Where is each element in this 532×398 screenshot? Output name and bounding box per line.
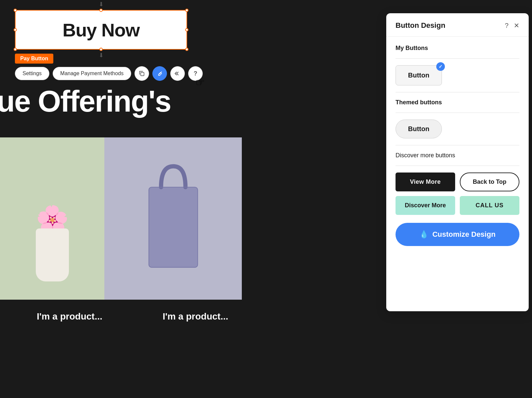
pay-button-label: Pay Button bbox=[15, 54, 53, 64]
customize-design-button[interactable]: 💧 Customize Design bbox=[396, 223, 519, 246]
call-us-button[interactable]: CALL US bbox=[460, 196, 519, 215]
my-buttons-divider bbox=[396, 58, 519, 59]
svg-rect-0 bbox=[141, 73, 144, 76]
themed-divider bbox=[396, 92, 519, 92]
themed-buttons-label: Themed buttons bbox=[396, 99, 519, 106]
my-buttons-grid: Button ✓ bbox=[396, 65, 519, 85]
product-right bbox=[104, 137, 242, 300]
discover-more-divider bbox=[396, 166, 519, 166]
my-button-text: Button bbox=[408, 72, 429, 79]
flower-vase: 🌸 bbox=[19, 156, 85, 281]
my-button-option[interactable]: Button ✓ bbox=[396, 65, 442, 85]
panel-close-icon: ✕ bbox=[514, 22, 519, 29]
panel-help-icon: ? bbox=[505, 22, 508, 29]
view-more-button[interactable]: View More bbox=[396, 173, 455, 191]
product-left: 🌸 bbox=[0, 137, 104, 300]
buy-now-wrapper: ⬇ Buy Now ⬇ Pay Button bbox=[15, 10, 187, 64]
themed-button-text: Button bbox=[408, 125, 429, 132]
discover-divider bbox=[396, 145, 519, 145]
check-badge: ✓ bbox=[436, 62, 445, 71]
product-label-right: I'm a product... bbox=[163, 311, 228, 322]
discover-more-label: Discover more buttons bbox=[396, 152, 519, 159]
discover-buttons-grid: View More Back to Top Discover More CALL… bbox=[396, 173, 519, 215]
offerings-text: ue Offering's bbox=[0, 84, 171, 119]
copy-icon-button[interactable] bbox=[134, 66, 149, 81]
back-to-top-button[interactable]: Back to Top bbox=[460, 173, 519, 191]
discover-more-button[interactable]: Discover More bbox=[396, 196, 455, 215]
tote-bag-svg bbox=[137, 152, 210, 285]
toolbar: Settings Manage Payment Methods ? bbox=[15, 66, 203, 81]
my-buttons-label: My Buttons bbox=[396, 45, 519, 52]
customize-label: Customize Design bbox=[432, 230, 496, 239]
buy-now-text: Buy Now bbox=[63, 19, 140, 41]
back-icon-button[interactable] bbox=[170, 66, 185, 81]
manage-payment-button[interactable]: Manage Payment Methods bbox=[53, 67, 131, 80]
panel-body: My Buttons Button ✓ Themed buttons Butto… bbox=[386, 37, 529, 254]
button-design-panel: Button Design ? ✕ My Buttons Button ✓ Th… bbox=[386, 13, 529, 311]
buy-now-button[interactable]: Buy Now bbox=[15, 10, 187, 50]
panel-header-icons: ? ✕ bbox=[505, 22, 519, 29]
panel-header: Button Design ? ✕ bbox=[386, 13, 529, 37]
canvas-area: ⬇ Buy Now ⬇ Pay Button Settings Manage P… bbox=[0, 0, 265, 398]
panel-help-button[interactable]: ? bbox=[505, 22, 508, 29]
arrow-bottom-icon: ⬇ bbox=[99, 52, 104, 59]
help-icon-button[interactable]: ? bbox=[188, 66, 203, 81]
arrow-top-icon: ⬇ bbox=[99, 1, 104, 8]
themed-buttons-divider bbox=[396, 113, 519, 113]
vase-body bbox=[36, 228, 69, 281]
help-question-mark: ? bbox=[194, 70, 197, 77]
settings-button[interactable]: Settings bbox=[15, 67, 49, 80]
panel-title: Button Design bbox=[396, 21, 445, 30]
themed-button-option[interactable]: Button bbox=[396, 120, 442, 138]
product-label-left: I'm a product... bbox=[37, 311, 102, 322]
pen-icon-button[interactable] bbox=[152, 66, 167, 81]
panel-close-button[interactable]: ✕ bbox=[514, 22, 519, 29]
themed-buttons-grid: Button bbox=[396, 120, 519, 138]
products-section: 🌸 bbox=[0, 137, 265, 300]
svg-rect-1 bbox=[149, 187, 197, 267]
product-text-section: I'm a product... I'm a product... bbox=[0, 305, 265, 328]
customize-icon: 💧 bbox=[419, 230, 428, 239]
